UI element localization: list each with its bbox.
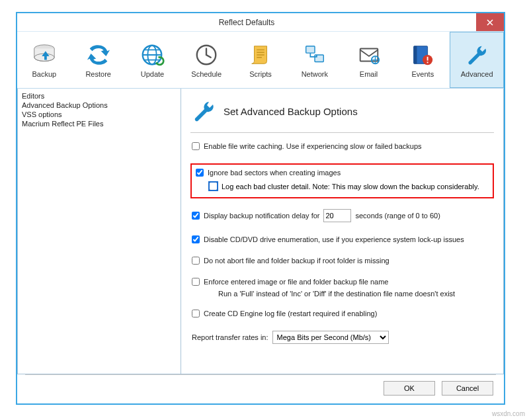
svg-rect-5 <box>305 46 314 52</box>
divider <box>25 374 496 375</box>
toolbar-label: Restore <box>85 70 111 78</box>
label-text-pre: Display backup notification delay for <box>204 212 319 220</box>
checkbox-file-write-caching[interactable] <box>192 142 200 150</box>
disk-icon <box>32 42 57 67</box>
checkbox-display-notification[interactable] <box>192 212 200 220</box>
toolbar-scripts[interactable]: Scripts <box>233 32 288 88</box>
svg-rect-10 <box>414 46 417 63</box>
globe-icon <box>140 42 165 67</box>
toolbar-schedule[interactable]: Schedule <box>179 32 233 88</box>
opt-enforce-name[interactable]: Enforce entered image or file and folder… <box>190 278 494 286</box>
label-text: Create CD Engine log file (restart requi… <box>204 310 377 317</box>
cancel-button[interactable]: Cancel <box>442 381 493 396</box>
label-text: Disable CD/DVD drive enumeration, use if… <box>204 235 464 243</box>
label-text: Ignore bad sectors when creating images <box>208 169 341 177</box>
opt-log-bad-cluster[interactable]: Log each bad cluster detail. Note: This … <box>209 182 490 190</box>
label-text: Do not abort file and folder backup if r… <box>204 257 389 265</box>
events-icon <box>410 42 435 67</box>
input-notification-delay[interactable] <box>323 209 351 222</box>
checkbox-do-not-abort[interactable] <box>192 257 200 265</box>
opt-disable-cddvd[interactable]: Disable CD/DVD drive enumeration, use if… <box>190 235 494 243</box>
panel-title: Set Advanced Backup Options <box>224 106 358 117</box>
toolbar-label: Scripts <box>249 70 272 78</box>
window-title: Reflect Defaults <box>17 13 476 31</box>
toolbar-label: Update <box>141 70 164 78</box>
divider <box>190 132 494 133</box>
label-text: Report transfer rates in: <box>192 333 268 341</box>
checkbox-ignore-bad-sectors[interactable] <box>196 169 204 177</box>
checkbox-enforce-name[interactable] <box>192 278 200 286</box>
footer: OK Cancel <box>19 374 503 402</box>
svg-rect-12 <box>427 56 428 60</box>
label-text-post: seconds (range of 0 to 60) <box>355 212 440 220</box>
label-text: Log each bad cluster detail. Note: This … <box>222 183 479 190</box>
highlight-box: Ignore bad sectors when creating images … <box>190 163 494 198</box>
toolbar-label: Backup <box>32 70 57 78</box>
wrench-icon <box>190 98 217 124</box>
body: Editors Advanced Backup Options VSS opti… <box>17 89 504 374</box>
opt-report-rates: Report transfer rates in: Mega Bits per … <box>190 331 494 344</box>
enforce-name-sub: Run a 'Full' instead of 'Inc' or 'Diff' … <box>218 290 494 298</box>
wrench-icon <box>464 42 489 67</box>
toolbar: Backup Restore Update Schedule Scripts N… <box>17 32 504 89</box>
select-report-rates[interactable]: Mega Bits per Second (Mb/s) <box>272 331 389 344</box>
opt-do-not-abort[interactable]: Do not abort file and folder backup if r… <box>190 257 494 265</box>
toolbar-label: Events <box>412 70 434 78</box>
checkbox-disable-cddvd[interactable] <box>192 235 200 243</box>
network-icon <box>302 42 327 67</box>
close-button[interactable] <box>476 13 504 31</box>
titlebar: Reflect Defaults <box>17 13 504 32</box>
toolbar-label: Schedule <box>191 70 222 78</box>
sidebar-item-advanced-backup[interactable]: Advanced Backup Options <box>22 101 177 110</box>
toolbar-restore[interactable]: Restore <box>71 32 126 88</box>
svg-rect-13 <box>427 62 428 63</box>
checkbox-log-bad-cluster[interactable] <box>209 182 218 190</box>
svg-rect-6 <box>315 55 323 62</box>
panel-header: Set Advanced Backup Options <box>190 94 494 132</box>
close-icon <box>487 19 493 26</box>
sidebar: Editors Advanced Backup Options VSS opti… <box>17 89 181 374</box>
opt-ignore-bad-sectors[interactable]: Ignore bad sectors when creating images <box>194 169 490 177</box>
label-text: Enforce entered image or file and folder… <box>204 278 388 286</box>
toolbar-update[interactable]: Update <box>126 32 180 88</box>
toolbar-events[interactable]: Events <box>395 32 450 88</box>
email-icon <box>356 42 382 67</box>
scroll-icon <box>248 42 273 67</box>
toolbar-network[interactable]: Network <box>288 32 342 88</box>
toolbar-label: Email <box>360 70 378 78</box>
main-panel: Set Advanced Backup Options Enable file … <box>181 89 504 374</box>
toolbar-label: Advanced <box>461 70 493 78</box>
sidebar-item-pe-files[interactable]: Macrium Reflect PE Files <box>22 119 177 128</box>
toolbar-label: Network <box>302 70 328 78</box>
toolbar-backup[interactable]: Backup <box>17 32 71 88</box>
opt-create-cd-log[interactable]: Create CD Engine log file (restart requi… <box>190 310 494 317</box>
toolbar-email[interactable]: Email <box>342 32 396 88</box>
restore-icon <box>86 42 111 67</box>
dialog-window: Reflect Defaults Backup Restore Update S… <box>16 12 505 405</box>
sidebar-item-editors[interactable]: Editors <box>22 91 177 101</box>
checkbox-create-cd-log[interactable] <box>192 310 200 317</box>
opt-file-write-caching[interactable]: Enable file write caching. Use if experi… <box>190 142 494 150</box>
label-text: Enable file write caching. Use if experi… <box>204 142 422 150</box>
sidebar-item-vss[interactable]: VSS options <box>22 110 177 119</box>
ok-button[interactable]: OK <box>384 381 435 396</box>
opt-display-notification[interactable]: Display backup notification delay for se… <box>190 209 494 222</box>
clock-icon <box>194 42 219 67</box>
watermark: wsxdn.com <box>492 410 525 417</box>
toolbar-advanced[interactable]: Advanced <box>450 32 504 88</box>
